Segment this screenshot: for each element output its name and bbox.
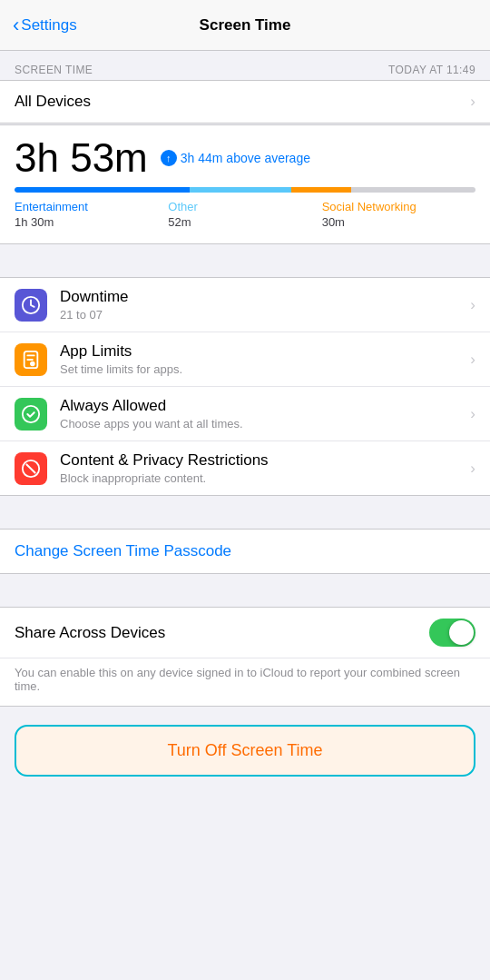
bar-social <box>291 187 351 193</box>
above-average-indicator: ↑ 3h 44m above average <box>161 150 310 166</box>
always-allowed-chevron-icon: › <box>470 405 475 423</box>
content-restrictions-subtitle: Block inappropriate content. <box>60 471 470 485</box>
spacer-1 <box>0 244 490 277</box>
toggle-knob <box>449 620 474 645</box>
legend-social: Social Networking 30m <box>322 200 475 229</box>
share-section: Share Across Devices You can enable this… <box>0 607 490 707</box>
all-devices-row[interactable]: All Devices › <box>0 80 490 124</box>
all-devices-chevron-icon: › <box>470 93 475 111</box>
bar-rest <box>351 187 475 193</box>
content-restrictions-text: Content & Privacy Restrictions Block ina… <box>60 451 470 485</box>
passcode-section: Change Screen Time Passcode <box>0 529 490 574</box>
change-passcode-link[interactable]: Change Screen Time Passcode <box>15 542 231 559</box>
turn-off-section: Turn Off Screen Time <box>15 725 475 777</box>
downtime-icon <box>15 289 47 322</box>
share-row: Share Across Devices <box>0 608 490 658</box>
app-limits-chevron-icon: › <box>470 351 475 369</box>
share-description: You can enable this on any device signed… <box>0 658 490 706</box>
back-button[interactable]: ‹ Settings <box>13 15 77 35</box>
share-toggle[interactable] <box>429 619 475 647</box>
bar-entertainment <box>15 187 190 193</box>
always-allowed-row[interactable]: Always Allowed Choose apps you want at a… <box>0 387 490 441</box>
legend-entertainment-duration: 1h 30m <box>15 215 168 229</box>
bar-other <box>190 187 291 193</box>
legend-other: Other 52m <box>168 200 321 229</box>
always-allowed-title: Always Allowed <box>60 397 470 415</box>
always-allowed-text: Always Allowed Choose apps you want at a… <box>60 397 470 431</box>
app-limits-text: App Limits Set time limits for apps. <box>60 342 470 376</box>
app-limits-row[interactable]: App Limits Set time limits for apps. › <box>0 332 490 387</box>
svg-point-2 <box>30 361 35 366</box>
content-restrictions-chevron-icon: › <box>470 460 475 478</box>
above-average-text: 3h 44m above average <box>181 151 310 165</box>
always-allowed-icon <box>15 398 47 431</box>
usage-legend: Entertainment 1h 30m Other 52m Social Ne… <box>15 200 475 229</box>
downtime-title: Downtime <box>60 288 470 306</box>
content-restrictions-icon <box>15 452 47 485</box>
legend-other-duration: 52m <box>168 215 321 229</box>
screen-time-section-label: SCREEN TIME Today at 11:49 <box>0 51 490 80</box>
back-label: Settings <box>21 16 76 35</box>
svg-point-3 <box>23 405 39 421</box>
svg-line-5 <box>26 464 34 472</box>
page-title: Screen Time <box>200 16 291 35</box>
downtime-subtitle: 21 to 07 <box>60 308 470 322</box>
legend-entertainment-label: Entertainment <box>15 200 168 213</box>
nav-bar: ‹ Settings Screen Time <box>0 0 490 51</box>
usage-block: 3h 53m ↑ 3h 44m above average Entertainm… <box>0 124 490 244</box>
usage-progress-bar <box>15 187 475 193</box>
back-chevron-icon: ‹ <box>13 15 19 35</box>
downtime-row[interactable]: Downtime 21 to 07 › <box>0 278 490 332</box>
content-restrictions-title: Content & Privacy Restrictions <box>60 451 470 470</box>
main-usage-time: 3h 53m <box>15 138 148 178</box>
legend-other-label: Other <box>168 200 321 213</box>
above-average-icon: ↑ <box>161 150 177 166</box>
app-limits-subtitle: Set time limits for apps. <box>60 362 470 376</box>
downtime-chevron-icon: › <box>470 296 475 314</box>
all-devices-label: All Devices <box>15 93 91 111</box>
settings-list: Downtime 21 to 07 › App Limits Set time … <box>0 277 490 496</box>
legend-social-duration: 30m <box>322 215 475 229</box>
share-label: Share Across Devices <box>15 624 165 642</box>
app-limits-title: App Limits <box>60 342 470 361</box>
app-limits-icon <box>15 343 47 376</box>
always-allowed-subtitle: Choose apps you want at all times. <box>60 417 470 431</box>
legend-entertainment: Entertainment 1h 30m <box>15 200 168 229</box>
turn-off-button[interactable]: Turn Off Screen Time <box>15 725 475 777</box>
downtime-text: Downtime 21 to 07 <box>60 288 470 322</box>
usage-time-row: 3h 53m ↑ 3h 44m above average <box>15 138 475 178</box>
legend-social-label: Social Networking <box>322 200 475 213</box>
content-restrictions-row[interactable]: Content & Privacy Restrictions Block ina… <box>0 441 490 495</box>
